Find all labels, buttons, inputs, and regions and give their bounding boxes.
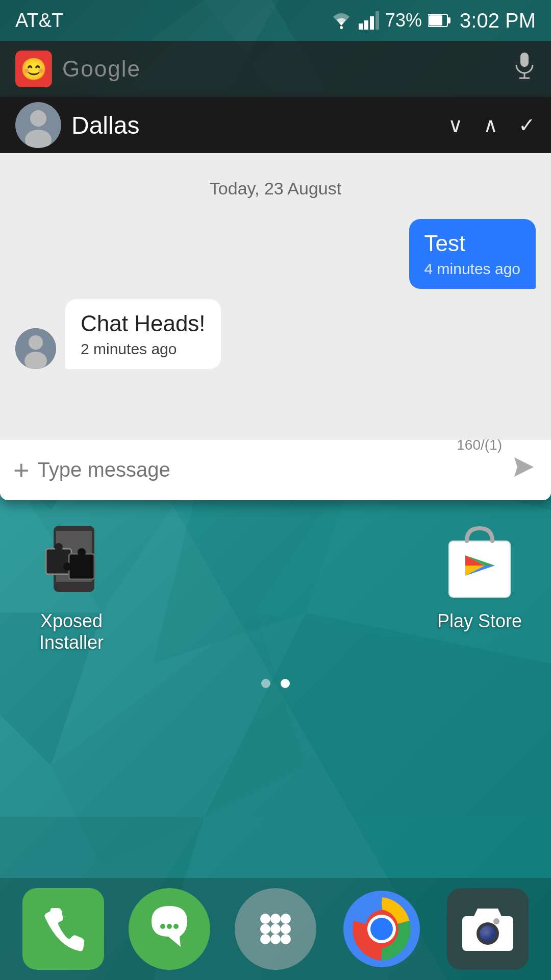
dock-hangouts-icon[interactable] bbox=[129, 888, 210, 970]
message-row-received: Chat Heads! 2 minutes ago bbox=[15, 299, 536, 369]
contact-name: Dallas bbox=[71, 111, 438, 139]
svg-point-60 bbox=[281, 934, 291, 944]
svg-rect-17 bbox=[370, 16, 374, 30]
collapse-up-button[interactable]: ∧ bbox=[483, 113, 498, 137]
svg-rect-20 bbox=[429, 15, 442, 26]
app-play-store[interactable]: Play Store bbox=[429, 521, 531, 653]
message-input[interactable] bbox=[38, 453, 502, 486]
svg-point-42 bbox=[63, 562, 71, 571]
page-dots bbox=[0, 679, 551, 688]
message-time-received: 2 minutes ago bbox=[81, 340, 206, 358]
svg-point-37 bbox=[55, 543, 63, 551]
svg-point-55 bbox=[260, 924, 270, 934]
wifi-icon bbox=[330, 11, 353, 30]
app-xposed-installer[interactable]: Xposed Installer bbox=[20, 521, 122, 653]
dock-apps-icon[interactable] bbox=[235, 888, 316, 970]
send-button[interactable] bbox=[510, 453, 538, 486]
status-icons: 73% bbox=[330, 10, 450, 31]
microphone-icon[interactable] bbox=[513, 52, 536, 86]
svg-point-70 bbox=[493, 918, 499, 924]
dismiss-check-button[interactable]: ✓ bbox=[518, 113, 536, 137]
notif-header: Dallas ∨ ∧ ✓ bbox=[0, 97, 551, 153]
svg-point-64 bbox=[370, 918, 393, 940]
search-placeholder[interactable]: Google bbox=[62, 56, 503, 82]
svg-point-56 bbox=[270, 924, 281, 934]
dock bbox=[0, 878, 551, 980]
chat-area: Today, 23 August Test 4 minutes ago Chat… bbox=[0, 153, 551, 439]
svg-rect-49 bbox=[160, 924, 165, 929]
svg-point-58 bbox=[260, 934, 270, 944]
xposed-installer-label: Xposed Installer bbox=[20, 610, 122, 653]
svg-point-53 bbox=[270, 914, 281, 924]
dock-chrome-icon[interactable] bbox=[341, 888, 422, 970]
svg-point-52 bbox=[260, 914, 270, 924]
char-counter: 160/(1) bbox=[457, 437, 502, 453]
message-bubble-sent: Test 4 minutes ago bbox=[409, 219, 536, 289]
input-wrap: 160/(1) bbox=[38, 453, 502, 486]
svg-rect-51 bbox=[173, 924, 179, 929]
sender-avatar-small bbox=[15, 328, 56, 369]
signal-icon bbox=[359, 11, 379, 30]
message-text-sent: Test bbox=[424, 230, 520, 257]
playstore-icon bbox=[439, 521, 520, 602]
collapse-down-button[interactable]: ∨ bbox=[448, 113, 463, 137]
svg-rect-39 bbox=[69, 554, 94, 579]
svg-rect-22 bbox=[520, 53, 529, 67]
message-row-sent: Test 4 minutes ago bbox=[15, 219, 536, 289]
svg-rect-15 bbox=[359, 23, 363, 30]
time-label: 3:02 PM bbox=[460, 9, 536, 32]
svg-point-28 bbox=[15, 102, 61, 148]
attach-button[interactable]: + bbox=[13, 454, 30, 486]
notification-card: Dallas ∨ ∧ ✓ Today, 23 August Test 4 min… bbox=[0, 97, 551, 500]
notif-actions: ∨ ∧ ✓ bbox=[448, 113, 536, 137]
svg-rect-18 bbox=[375, 11, 379, 30]
battery-percent: 73% bbox=[385, 10, 422, 31]
svg-marker-32 bbox=[514, 457, 534, 477]
status-bar: AT&T 73% 3:02 P bbox=[0, 0, 551, 41]
carrier-label: AT&T bbox=[15, 10, 63, 32]
page-dot-2[interactable] bbox=[281, 679, 290, 688]
page-dot-1[interactable] bbox=[261, 679, 270, 688]
svg-point-14 bbox=[340, 26, 343, 29]
contact-avatar bbox=[15, 102, 61, 148]
status-right: 73% 3:02 PM bbox=[330, 9, 536, 32]
svg-point-59 bbox=[270, 934, 281, 944]
svg-point-57 bbox=[281, 924, 291, 934]
svg-point-30 bbox=[29, 335, 43, 350]
svg-rect-16 bbox=[364, 20, 368, 30]
search-emoji-icon: 😊 bbox=[15, 51, 52, 87]
message-text-received: Chat Heads! bbox=[81, 310, 206, 337]
dock-phone-icon[interactable] bbox=[22, 888, 104, 970]
search-bar[interactable]: 😊 Google bbox=[0, 41, 551, 97]
svg-rect-50 bbox=[167, 924, 172, 929]
svg-point-41 bbox=[78, 548, 86, 556]
svg-rect-21 bbox=[447, 17, 450, 23]
dock-camera-icon[interactable] bbox=[447, 888, 529, 970]
chat-date: Today, 23 August bbox=[15, 179, 536, 199]
home-apps-row: Xposed Installer Play Store bbox=[0, 521, 551, 653]
xposed-icon bbox=[31, 521, 112, 602]
svg-point-54 bbox=[281, 914, 291, 924]
svg-point-69 bbox=[480, 925, 496, 942]
battery-icon bbox=[428, 13, 450, 28]
play-store-label: Play Store bbox=[437, 610, 522, 632]
message-bubble-received: Chat Heads! 2 minutes ago bbox=[65, 299, 221, 369]
message-time-sent: 4 minutes ago bbox=[424, 260, 520, 278]
message-input-area[interactable]: + 160/(1) bbox=[0, 439, 551, 500]
